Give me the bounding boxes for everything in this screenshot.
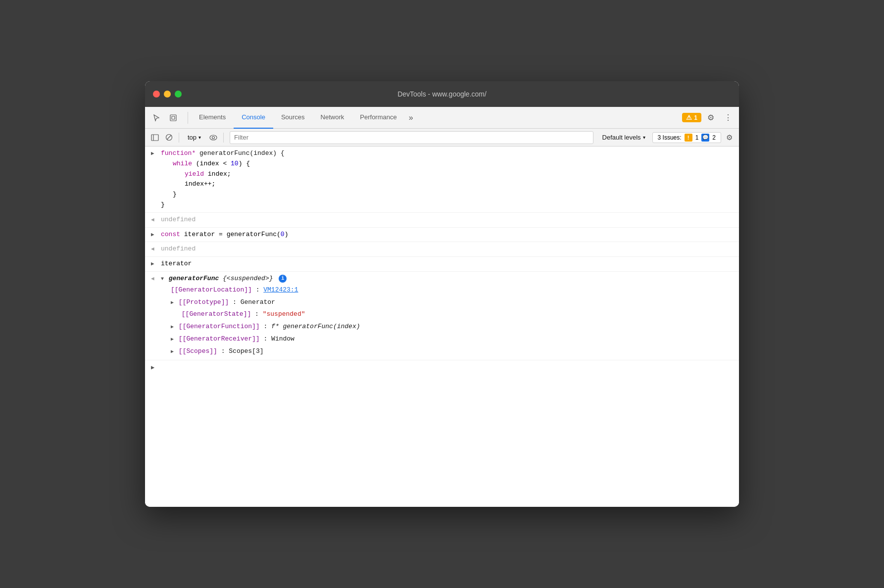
num-10: 10	[231, 160, 239, 167]
default-levels-btn[interactable]: Default levels ▾	[597, 132, 650, 143]
issues-count-label: 3 Issues:	[658, 134, 682, 141]
const-content: const iterator = generatorFunc(0)	[161, 230, 735, 240]
function-block-content: function* generatorFunc(index) { while (…	[161, 148, 735, 210]
filter-input[interactable]	[234, 134, 589, 141]
tab-network[interactable]: Network	[313, 107, 352, 129]
console-settings-btn[interactable]: ⚙	[723, 132, 735, 144]
clear-console-btn[interactable]	[163, 132, 175, 144]
tab-console[interactable]: Console	[234, 107, 273, 129]
undefined-content-2: undefined	[161, 244, 735, 254]
generator-obj-content: ▼ generatorFunc {<suspended>} i [[Genera…	[161, 274, 735, 358]
warn-icon: ⚠	[686, 114, 692, 121]
generator-suspended-detail: {<suspended>}	[223, 275, 273, 282]
tab-sources[interactable]: Sources	[273, 107, 313, 129]
more-vertical-icon: ⋮	[724, 113, 732, 122]
tab-performance[interactable]: Performance	[352, 107, 404, 129]
prop-value-vm-link[interactable]: VM12423:1	[263, 286, 298, 294]
prop-prototype: ▶ [[Prototype]] : Generator	[171, 296, 735, 309]
traffic-lights	[153, 91, 182, 98]
expand-arrow-3[interactable]: ▶	[151, 260, 158, 269]
cursor-icon-btn[interactable]	[149, 111, 164, 125]
console-content[interactable]: ▶ function* generatorFunc(index) { while…	[145, 147, 739, 507]
close-button[interactable]	[153, 91, 160, 98]
prop-key-gen-func: [[GeneratorFunction]]	[179, 323, 260, 330]
window-title: DevTools - www.google.com/	[397, 90, 487, 98]
issues-badge-count: 1	[694, 114, 697, 121]
cursor-icon	[152, 114, 160, 122]
prop-generator-function: ▶ [[GeneratorFunction]] : f* generatorFu…	[171, 321, 735, 333]
console-toolbar: top ▾ Default levels ▾ 3 Issues: ! 1 💬 2…	[145, 129, 739, 147]
input-prompt-icon: ▶	[151, 363, 154, 373]
svg-line-5	[167, 135, 171, 140]
toolbar-divider-2	[223, 133, 224, 143]
generator-func-name: generatorFunc	[169, 275, 219, 282]
sidebar-panel-btn[interactable]	[149, 132, 161, 144]
more-options-btn[interactable]: ⋮	[720, 111, 735, 125]
prop-key-generator-location: [[GeneratorLocation]]	[171, 286, 252, 294]
tab-elements[interactable]: Elements	[191, 107, 234, 129]
prop-generator-receiver: ▶ [[GeneratorReceiver]] : Window	[171, 333, 735, 345]
console-entry-generator-obj: ◀ ▼ generatorFunc {<suspended>} i [[Gene…	[145, 272, 739, 360]
console-input-line: ▶	[145, 360, 739, 376]
console-entry-iterator: ▶ iterator	[145, 257, 739, 272]
ban-icon	[165, 134, 173, 141]
iterator-content: iterator	[161, 259, 735, 269]
console-entry-function: ▶ function* generatorFunc(index) { while…	[145, 147, 739, 213]
num-0: 0	[281, 231, 285, 238]
eye-icon-btn[interactable]	[207, 132, 219, 144]
prop-sep-2: : Generator	[233, 298, 275, 306]
prop-sep-3: :	[255, 310, 263, 318]
svg-rect-1	[172, 116, 175, 119]
iterator-text: iterator	[161, 259, 735, 269]
prop-sep-5: : Window	[263, 335, 294, 343]
minimize-button[interactable]	[164, 91, 171, 98]
kw-const: const	[161, 231, 180, 238]
sidebar-panel-icon	[151, 134, 159, 141]
prototype-expand-triangle[interactable]: ▶	[171, 299, 174, 307]
result-arrow-2: ◀	[151, 245, 158, 254]
svg-point-6	[210, 135, 217, 140]
console-entry-undefined-2: ◀ undefined	[145, 242, 739, 257]
tab-bar-right: ⚠ 1 ⚙ ⋮	[682, 111, 735, 125]
gen-func-expand-triangle[interactable]: ▶	[171, 323, 174, 331]
filter-input-wrap	[230, 131, 593, 144]
kw-yield: yield	[185, 170, 204, 178]
svg-point-7	[212, 136, 215, 139]
eye-icon	[209, 135, 217, 141]
prop-key-state: [[GeneratorState]]	[182, 310, 251, 318]
prop-sep-6: : Scopes[3]	[221, 347, 264, 355]
prop-key-gen-recv: [[GeneratorReceiver]]	[179, 335, 260, 343]
undefined-text-1: undefined	[161, 216, 196, 223]
console-gear-icon: ⚙	[726, 133, 733, 142]
prop-scopes: ▶ [[Scopes]] : Scopes[3]	[171, 345, 735, 358]
undefined-text-2: undefined	[161, 245, 196, 252]
tabs: Elements Console Sources Network Perform…	[191, 107, 682, 129]
issues-count-btn[interactable]: 3 Issues: ! 1 💬 2	[652, 132, 721, 143]
console-entry-const: ▶ const iterator = generatorFunc(0)	[145, 228, 739, 243]
console-entry-undefined-1: ◀ undefined	[145, 213, 739, 228]
tabs-more-button[interactable]: »	[405, 107, 417, 129]
issues-msg-icon: 💬	[701, 134, 709, 142]
issues-badge[interactable]: ⚠ 1	[682, 113, 701, 122]
scopes-expand-triangle[interactable]: ▶	[171, 348, 174, 356]
issues-warn-count: 1	[695, 134, 699, 141]
devtools-window: DevTools - www.google.com/ Elements	[145, 81, 739, 507]
tab-bar: Elements Console Sources Network Perform…	[145, 107, 739, 129]
prop-sep-1: :	[256, 286, 264, 294]
expand-arrow-2[interactable]: ▶	[151, 231, 158, 240]
svg-rect-0	[170, 115, 176, 121]
svg-rect-2	[151, 135, 158, 141]
context-selector-btn[interactable]: top ▾	[183, 132, 205, 143]
expand-arrow-1[interactable]: ▶	[151, 149, 158, 158]
collapse-triangle[interactable]: ▼	[161, 275, 164, 283]
tab-bar-icons	[149, 111, 181, 125]
maximize-button[interactable]	[175, 91, 182, 98]
info-badge[interactable]: i	[279, 275, 287, 283]
context-label: top	[188, 134, 196, 141]
chevron-down-icon: ▾	[198, 135, 201, 140]
toolbar-divider-1	[179, 133, 179, 143]
settings-icon-btn[interactable]: ⚙	[703, 111, 718, 125]
gear-icon: ⚙	[707, 113, 714, 122]
layers-icon-btn[interactable]	[166, 111, 181, 125]
gen-recv-expand-triangle[interactable]: ▶	[171, 336, 174, 343]
